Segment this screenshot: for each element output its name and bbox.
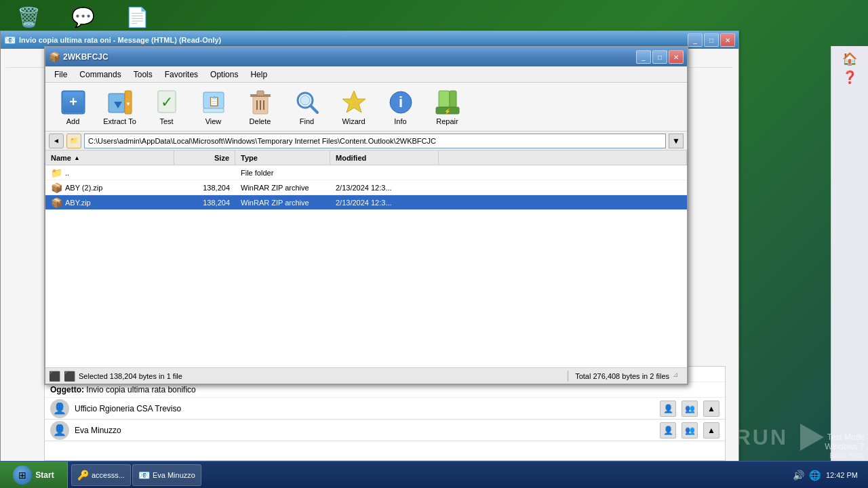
contact-name-1: Ufficio Rgioneria CSA Treviso	[75, 404, 654, 413]
address-bar: ◄ 📁 C:\Users\admin\AppData\Local\Microso…	[45, 131, 687, 150]
view-label: View	[205, 117, 222, 125]
svg-line-21	[311, 106, 317, 113]
file-list-container: Name ▲ Size Type Modified	[45, 150, 687, 367]
file-list-header: Name ▲ Size Type Modified	[45, 150, 687, 165]
toolbar-extract-button[interactable]: ▼ Extract To	[98, 85, 142, 129]
file-cell-type: WinRAR ZIP archive	[235, 184, 330, 192]
resize-handle[interactable]: ⊿	[673, 371, 684, 382]
toolbar-wizard-button[interactable]: Wizard	[332, 85, 376, 129]
menu-tools[interactable]: Tools	[128, 68, 158, 81]
email-title: Invio copia ultima rata oni - Message (H…	[19, 36, 684, 44]
col-header-name[interactable]: Name ▲	[45, 150, 174, 165]
table-row[interactable]: 📦 ABY (2).zip 138,204 WinRAR ZIP archive…	[45, 180, 687, 195]
email-contact-row-1: 👤 Ufficio Rgioneria CSA Treviso 👤 👥 ▲	[45, 398, 725, 420]
right-panel-help-icon[interactable]: ❓	[842, 70, 857, 85]
delete-label: Delete	[250, 117, 271, 125]
toolbar-view-button[interactable]: 📋 View	[191, 85, 235, 129]
table-row[interactable]: 📦 ABY.zip 138,204 WinRAR ZIP archive 2/1…	[45, 195, 687, 210]
folder-up-icon: 📁	[51, 167, 62, 178]
status-extract-icon: ⬛	[64, 371, 75, 382]
status-bar: ⬛ ⬛ Selected 138,204 bytes in 1 file Tot…	[45, 367, 687, 384]
taskbar-item-eva[interactable]: 📧 Eva Minuzzo	[132, 464, 201, 486]
start-label: Start	[35, 470, 54, 480]
desktop: 🗑️ RecycleBin 💬 Skype 📄 Word 📕 AcrobatRe…	[0, 0, 868, 488]
winrar-minimize-button[interactable]: _	[636, 50, 651, 64]
email-window-controls: _ □ ✕	[688, 33, 735, 47]
winrar-restore-button[interactable]: □	[652, 50, 667, 64]
start-orb-icon: ⊞	[13, 466, 32, 485]
view-icon: 📋	[200, 89, 227, 116]
taskbar-item-eva-icon: 📧	[138, 470, 150, 481]
wizard-label: Wizard	[342, 117, 365, 125]
contact-more-button-2[interactable]: 👥	[682, 422, 698, 439]
extract-label: Extract To	[103, 117, 136, 125]
winrar-content: File Commands Tools Favorites Options He…	[45, 66, 687, 384]
col-header-modified[interactable]: Modified	[330, 150, 439, 165]
taskbar-item-access-label: accesss...	[92, 471, 125, 479]
address-input[interactable]: C:\Users\admin\AppData\Local\Microsoft\W…	[84, 134, 666, 148]
menu-options[interactable]: Options	[205, 68, 243, 81]
col-header-type[interactable]: Type	[235, 150, 330, 165]
svg-text:+: +	[69, 94, 77, 109]
delete-icon	[247, 89, 274, 116]
contact-name-2: Eva Minuzzo	[75, 426, 654, 435]
subject-label: Oggetto:	[50, 385, 84, 394]
menu-file[interactable]: File	[49, 68, 73, 81]
status-total-text: Total 276,408 bytes in 2 files	[575, 372, 669, 380]
toolbar-delete-button[interactable]: Delete	[238, 85, 282, 129]
file-cell-name: 📦 ABY.zip	[45, 197, 174, 208]
svg-point-20	[300, 96, 310, 105]
col-header-size[interactable]: Size	[174, 150, 235, 165]
toolbar-info-button[interactable]: i Info	[378, 85, 422, 129]
winrar-title: 2WKBFCJC	[63, 52, 633, 62]
toolbar-add-button[interactable]: + Add	[51, 85, 95, 129]
file-cell-name: 📦 ABY (2).zip	[45, 182, 174, 193]
svg-text:▼: ▼	[125, 101, 131, 107]
email-maximize-button[interactable]: □	[704, 33, 719, 47]
svg-text:i: i	[398, 94, 402, 110]
toolbar-repair-button[interactable]: ⚡ Repair	[425, 85, 469, 129]
contact-add-button-1[interactable]: 👤	[660, 401, 676, 417]
menu-commands[interactable]: Commands	[74, 68, 126, 81]
svg-text:⚡: ⚡	[444, 108, 451, 115]
right-panel-home-icon[interactable]: 🏠	[842, 52, 857, 66]
menu-help[interactable]: Help	[245, 68, 273, 81]
zip-icon: 📦	[51, 197, 62, 208]
toolbar-find-button[interactable]: Find	[285, 85, 329, 129]
taskbar-item-access[interactable]: 🔑 accesss...	[71, 464, 131, 486]
address-path-text: C:\Users\admin\AppData\Local\Microsoft\W…	[88, 137, 436, 145]
svg-rect-15	[257, 91, 264, 96]
taskbar-items: 🔑 accesss... 📧 Eva Minuzzo	[68, 464, 787, 486]
contact-avatar-2: 👤	[50, 421, 69, 440]
email-close-button[interactable]: ✕	[720, 33, 735, 47]
find-label: Find	[300, 117, 314, 125]
nav-back-button[interactable]: ◄	[49, 134, 64, 148]
taskbar-item-access-icon: 🔑	[77, 470, 89, 481]
svg-marker-0	[800, 424, 824, 451]
tray-volume-icon[interactable]: 🔊	[793, 470, 804, 481]
right-panel: 🏠 ❓	[831, 46, 868, 466]
zip-icon: 📦	[51, 182, 62, 193]
winrar-close-button[interactable]: ✕	[669, 50, 684, 64]
contact-scroll-down-2[interactable]: ▲	[703, 422, 719, 439]
toolbar-test-button[interactable]: ✓ Test	[144, 85, 189, 129]
contact-more-button-1[interactable]: 👥	[682, 401, 698, 417]
contact-scroll-up-1[interactable]: ▲	[703, 401, 719, 417]
email-minimize-button[interactable]: _	[688, 33, 703, 47]
info-icon: i	[387, 89, 414, 116]
menu-favorites[interactable]: Favorites	[159, 68, 203, 81]
table-row[interactable]: 📁 .. File folder	[45, 165, 687, 180]
recycle-bin-icon: 🗑️	[15, 3, 42, 30]
winrar-titlebar: 📦 2WKBFCJC _ □ ✕	[45, 47, 687, 66]
contact-add-button-2[interactable]: 👤	[660, 422, 676, 439]
address-dropdown-button[interactable]: ▼	[669, 134, 684, 148]
file-cell-modified: 2/13/2024 12:3...	[330, 184, 439, 192]
start-button[interactable]: ⊞ Start	[0, 462, 68, 489]
toolbar: + Add ▼ Extract	[45, 83, 687, 131]
find-icon	[294, 89, 321, 116]
windows-build: Build 7601	[825, 451, 865, 460]
tray-network-icon[interactable]: 🌐	[810, 470, 821, 481]
add-icon: +	[60, 89, 87, 116]
test-icon: ✓	[153, 89, 180, 116]
subject-value: Invio copia ultima rata bonifico	[86, 385, 195, 394]
